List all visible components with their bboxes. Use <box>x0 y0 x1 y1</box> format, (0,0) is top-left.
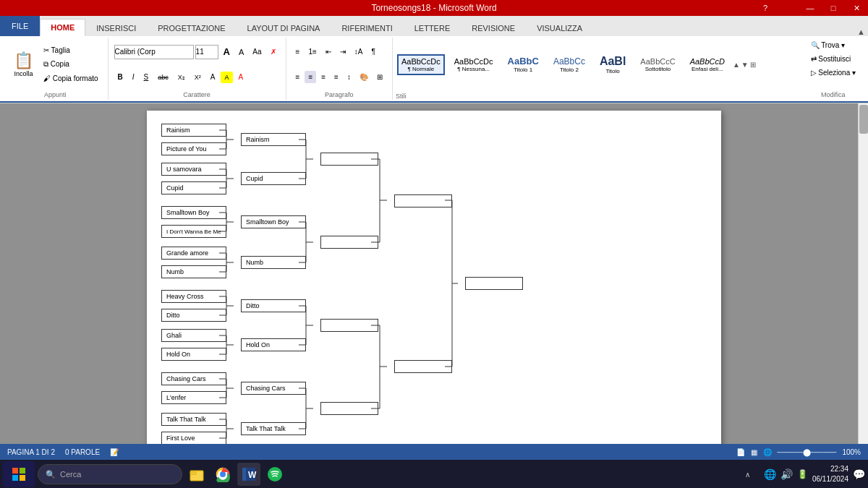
bold-button[interactable]: B <box>114 71 127 83</box>
style-no-spacing[interactable]: AaBbCcDc ¶ Nessuna... <box>449 53 498 76</box>
clock[interactable]: 22:34 06/11/2024 <box>812 464 848 484</box>
zoom-slider[interactable]: ─────⬤───── <box>778 448 837 456</box>
start-button[interactable] <box>3 461 35 487</box>
cut-button[interactable]: ✂ Taglia <box>40 44 102 56</box>
r2-3: Smalltown Boy <box>241 215 306 228</box>
indent-more-button[interactable]: ⇥ <box>336 46 349 58</box>
notification-button[interactable]: 💬 <box>853 468 865 480</box>
subscript-button[interactable]: X₂ <box>174 72 189 83</box>
styles-scroll-up[interactable]: ▲ <box>733 61 740 69</box>
vertical-scrollbar[interactable] <box>858 103 868 444</box>
justify-button[interactable]: ≡ <box>331 71 342 83</box>
taskbar-right: ∧ 🌐 🔊 🔋 22:34 06/11/2024 💬 <box>736 463 865 486</box>
tab-lettere[interactable]: LETTERE <box>404 20 461 36</box>
r3-4 <box>320 402 378 415</box>
italic-button[interactable]: I <box>129 71 138 83</box>
font-row1: A A Aa ✗ <box>114 39 280 64</box>
r1-12: Hold On <box>161 348 226 361</box>
taskbar-chrome[interactable] <box>211 463 234 486</box>
language-check-icon[interactable]: 📝 <box>110 448 119 456</box>
paste-button[interactable]: 📋 Incolla <box>9 48 38 81</box>
font-label: Carattere <box>114 90 280 98</box>
volume-icon[interactable]: 🔊 <box>780 468 793 480</box>
style-title[interactable]: AaBl Titolo <box>595 51 631 78</box>
taskbar-spotify[interactable] <box>263 463 286 486</box>
font-size-input[interactable] <box>195 45 218 59</box>
align-center-button[interactable]: ≡ <box>305 71 316 83</box>
style-title2[interactable]: AaBbCc Titolo 2 <box>548 53 590 77</box>
svg-rect-61 <box>20 468 25 474</box>
strikethrough-button[interactable]: abc <box>154 72 172 83</box>
find-button[interactable]: 🔍 Trova ▾ <box>807 39 849 51</box>
bullets-button[interactable]: ≡ <box>292 46 304 58</box>
clear-format-button[interactable]: ✗ <box>267 46 280 58</box>
indent-less-button[interactable]: ⇤ <box>322 46 335 58</box>
taskbar-file-explorer[interactable] <box>185 463 208 486</box>
system-tray[interactable]: ∧ <box>736 463 760 486</box>
font-grow-button[interactable]: A <box>220 44 234 59</box>
tab-visualizza[interactable]: VISUALIZZA <box>526 20 593 36</box>
paste-icon: 📋 <box>14 51 33 70</box>
modifica-row: 🔍 Trova ▾ ⇄ Sostituisci ▷ Seleziona ▾ <box>807 39 859 90</box>
r1-14: L'enfer <box>161 391 226 404</box>
font-name-input[interactable] <box>114 45 194 59</box>
underline-button[interactable]: S <box>140 71 153 83</box>
style-emphasis[interactable]: AaBbCcD Enfasi deli... <box>685 53 730 76</box>
network-icon[interactable]: 🌐 <box>764 468 776 480</box>
text-color-button[interactable]: A <box>235 71 247 83</box>
tab-file[interactable]: FILE <box>0 16 40 36</box>
tab-home[interactable]: HOME <box>40 19 85 36</box>
r1-10: Ditto <box>161 309 226 322</box>
tab-layout[interactable]: LAYOUT DI PAGINA <box>237 20 331 36</box>
r3-1 <box>320 153 378 166</box>
tab-riferimenti[interactable]: RIFERIMENTI <box>331 20 403 36</box>
copy-button[interactable]: ⧉ Copia <box>40 58 102 71</box>
sort-button[interactable]: ↕A <box>351 46 367 58</box>
styles-expand[interactable]: ⊞ <box>750 61 756 69</box>
replace-button[interactable]: ⇄ Sostituisci <box>807 53 855 65</box>
bracket-absolute: Rainism Picture of You U samovara Cupid … <box>161 118 480 444</box>
close-button[interactable]: ✕ <box>845 0 868 16</box>
search-bar[interactable]: 🔍 Cerca <box>38 464 182 484</box>
style-title1[interactable]: AaBbC Titolo 1 <box>503 52 544 77</box>
case-button[interactable]: Aa <box>249 46 265 58</box>
svg-rect-63 <box>20 475 25 481</box>
shading-button[interactable]: 🎨 <box>356 71 372 83</box>
clipboard-row: 📋 Incolla ✂ Taglia ⧉ Copia 🖌 Copia forma… <box>9 39 102 90</box>
align-left-button[interactable]: ≡ <box>292 71 304 83</box>
web-layout-icon[interactable]: 🌐 <box>763 448 772 456</box>
print-layout-icon[interactable]: ▦ <box>751 448 757 456</box>
style-normal[interactable]: AaBbCcDc ¶ Normale <box>397 54 445 75</box>
numbering-button[interactable]: 1≡ <box>305 46 320 58</box>
scrollbar-thumb[interactable] <box>859 105 868 134</box>
minimize-button[interactable]: — <box>799 0 822 16</box>
help-button[interactable]: ? <box>757 0 774 16</box>
clipboard-actions: ✂ Taglia ⧉ Copia 🖌 Copia formato <box>40 44 102 85</box>
word-count: 0 PAROLE <box>65 448 100 456</box>
tab-progettazione[interactable]: PROGETTAZIONE <box>147 20 236 36</box>
tab-revisione[interactable]: REVISIONE <box>461 20 526 36</box>
spotify-icon <box>267 466 283 482</box>
para-marks-button[interactable]: ¶ <box>367 46 378 58</box>
format-painter-button[interactable]: 🖌 Copia formato <box>40 72 102 85</box>
svg-point-71 <box>268 467 282 481</box>
style-subtitle[interactable]: AaBbCcC Sottotitolo <box>635 53 680 76</box>
font-shrink-button[interactable]: A <box>235 46 247 59</box>
read-mode-icon[interactable]: 📄 <box>736 448 745 456</box>
r1-8: Numb <box>161 265 226 278</box>
tab-inserisci[interactable]: INSERISCI <box>85 20 147 36</box>
maximize-button[interactable]: □ <box>822 0 845 16</box>
taskbar: 🔍 Cerca W <box>0 460 868 488</box>
font-color-button[interactable]: A <box>207 71 219 83</box>
superscript-button[interactable]: X² <box>191 72 205 83</box>
line-spacing-button[interactable]: ↕ <box>344 71 354 83</box>
page: Rainism Picture of You U samovara Cupid … <box>147 111 721 444</box>
select-button[interactable]: ▷ Seleziona ▾ <box>807 67 859 79</box>
align-right-button[interactable]: ≡ <box>318 71 329 83</box>
highlight-button[interactable]: A <box>221 72 232 83</box>
status-left: PAGINA 1 DI 2 0 PAROLE 📝 <box>7 448 119 456</box>
styles-scroll-down[interactable]: ▼ <box>741 61 749 69</box>
borders-button[interactable]: ⊞ <box>373 71 386 83</box>
taskbar-word[interactable]: W <box>237 463 260 486</box>
ribbon-collapse-icon[interactable]: ▲ <box>857 27 865 36</box>
